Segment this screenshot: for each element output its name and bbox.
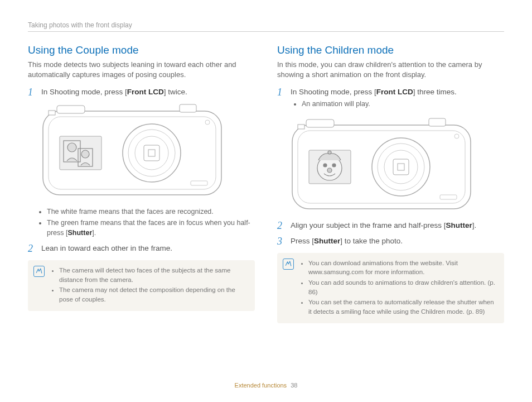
couple-bullets: The white frame means that the faces are… — [47, 207, 255, 238]
children-note-box: You can download animations from the web… — [277, 253, 504, 323]
step-text: ] twice. — [164, 88, 187, 96]
couple-step-1: 1 In Shooting mode, press [Front LCD] tw… — [28, 87, 255, 98]
svg-rect-2 — [57, 106, 85, 113]
couple-step-2: 2 Lean in toward each other in the frame… — [28, 243, 255, 255]
children-step-3: 3 Press [Shutter] to take the photo. — [277, 236, 504, 247]
svg-rect-4 — [49, 111, 55, 115]
step-text: In Shooting mode, press [ — [41, 88, 127, 96]
shutter-label: Shutter — [314, 237, 340, 245]
svg-point-12 — [67, 143, 76, 152]
couple-mode-intro: This mode detects two subjects leaning i… — [28, 60, 255, 79]
step-text: Lean in toward each other in the frame. — [41, 243, 255, 255]
svg-rect-19 — [306, 119, 334, 127]
couple-notes: The camera will detect two faces of the … — [59, 266, 248, 305]
step-text: In Shooting mode, press [ — [291, 88, 376, 96]
front-lcd-label: Front LCD — [127, 88, 164, 96]
svg-rect-21 — [298, 125, 304, 129]
children-notes: You can download animations from the web… — [308, 259, 497, 318]
svg-point-30 — [332, 164, 336, 167]
note-item: The camera will detect two faces of the … — [59, 266, 248, 284]
left-column: Using the Couple mode This mode detects … — [28, 44, 255, 323]
shutter-label: Shutter — [446, 221, 472, 229]
animation-play-note: An animation will play. — [302, 99, 504, 109]
children-mode-intro: In this mode, you can draw children's at… — [277, 60, 504, 79]
svg-point-14 — [81, 150, 89, 158]
note-item: You can set the camera to automatically … — [308, 298, 497, 316]
svg-rect-20 — [429, 118, 446, 126]
front-lcd-label: Front LCD — [376, 88, 413, 96]
couple-note-box: The camera will detect two faces of the … — [28, 260, 255, 311]
couple-mode-title: Using the Couple mode — [28, 44, 255, 56]
svg-point-32 — [328, 151, 331, 154]
note-item: You can download animations from the web… — [308, 259, 497, 277]
camera-icon — [289, 117, 473, 212]
svg-point-29 — [323, 164, 327, 167]
note-item: You can add sounds to animations to draw… — [308, 278, 497, 296]
step-number: 2 — [28, 243, 36, 255]
right-column: Using the Children mode In this mode, yo… — [277, 44, 504, 323]
couple-camera-illustration — [40, 103, 255, 200]
bullet-white-frame: The white frame means that the faces are… — [47, 207, 255, 217]
step-text: Press [ — [291, 237, 314, 245]
step-number: 3 — [277, 236, 285, 247]
step-number: 1 — [28, 87, 36, 98]
page-footer: Extended functions 38 — [0, 382, 532, 389]
page-number: 38 — [291, 382, 297, 389]
children-step-1: 1 In Shooting mode, press [Front LCD] th… — [277, 87, 504, 112]
step-text: Align your subject in the frame and half… — [291, 221, 446, 229]
note-icon — [283, 259, 294, 270]
svg-point-22 — [372, 138, 430, 196]
bullet-green-frame: The green frame means that the faces are… — [47, 218, 255, 238]
children-camera-illustration — [289, 117, 504, 214]
step-text: ] to take the photo. — [340, 237, 403, 245]
step-text: ]. — [472, 221, 477, 229]
svg-rect-3 — [180, 104, 196, 112]
step-number: 1 — [277, 87, 285, 112]
content-columns: Using the Couple mode This mode detects … — [28, 44, 504, 323]
page-header: Taking photos with the front display — [28, 21, 504, 32]
svg-point-5 — [123, 124, 181, 182]
children-step-2: 2 Align your subject in the frame and ha… — [277, 221, 504, 232]
children-mode-title: Using the Children mode — [277, 44, 504, 56]
camera-icon — [40, 103, 224, 198]
footer-section: Extended functions — [235, 382, 287, 389]
svg-point-31 — [327, 168, 332, 173]
note-icon — [33, 266, 45, 277]
note-item: The camera may not detect the compositio… — [59, 285, 248, 304]
step-text: ] three times. — [413, 88, 457, 96]
step-number: 2 — [277, 221, 285, 232]
shutter-label: Shutter — [68, 229, 93, 237]
